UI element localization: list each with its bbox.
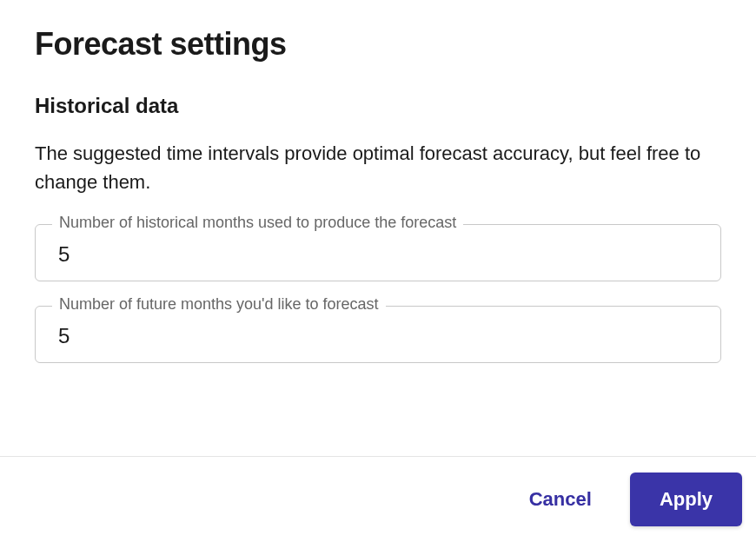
dialog-content: Forecast settings Historical data The su… <box>0 0 756 456</box>
cancel-button[interactable]: Cancel <box>515 478 606 521</box>
historical-months-field: Number of historical months used to prod… <box>35 224 721 281</box>
section-heading: Historical data <box>35 94 721 118</box>
apply-button[interactable]: Apply <box>630 473 742 526</box>
historical-months-label: Number of historical months used to prod… <box>52 214 463 232</box>
future-months-input[interactable] <box>35 306 721 363</box>
future-months-label: Number of future months you'd like to fo… <box>52 295 386 314</box>
dialog-footer: Cancel Apply <box>0 456 756 542</box>
page-title: Forecast settings <box>35 26 721 63</box>
section-description: The suggested time intervals provide opt… <box>35 139 721 196</box>
future-months-field: Number of future months you'd like to fo… <box>35 306 721 363</box>
historical-months-input[interactable] <box>35 224 721 281</box>
